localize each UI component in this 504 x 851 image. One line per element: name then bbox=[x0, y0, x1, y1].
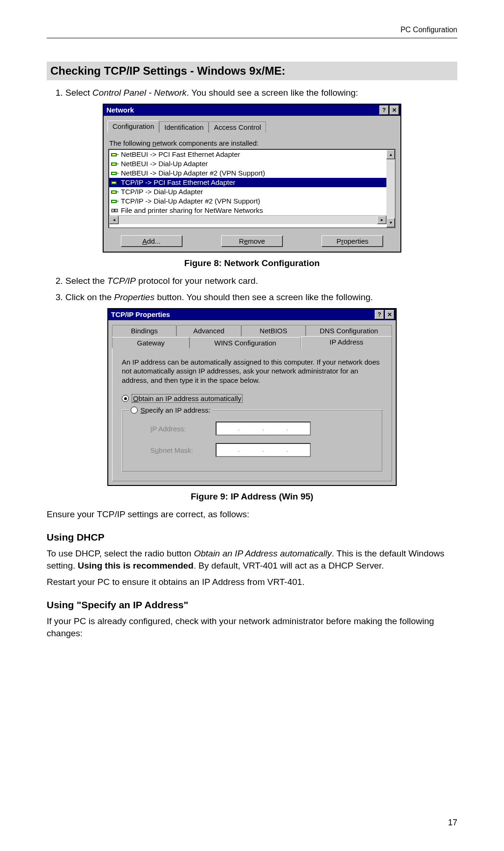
radio-obtain-auto[interactable]: Obtain an IP address automatically bbox=[122, 394, 382, 403]
adapter-icon bbox=[111, 151, 119, 158]
network-dialog: Network ? ✕ Configuration Identification… bbox=[103, 104, 401, 253]
components-listbox[interactable]: NetBEUI -> PCI Fast Ethernet Adapter Net… bbox=[108, 149, 396, 228]
step-1-italic: Control Panel - Network bbox=[92, 88, 187, 98]
list-item[interactable]: NetBEUI -> Dial-Up Adapter bbox=[109, 159, 386, 169]
lbl-pre: The following bbox=[109, 139, 153, 147]
lbl-u: n bbox=[153, 139, 156, 147]
list-item-label: NetBEUI -> PCI Fast Ethernet Adapter bbox=[121, 150, 240, 159]
dhcp-p1-pre: To use DHCP, select the radio button bbox=[47, 549, 194, 558]
dhcp-p1-post: . By default, VRT-401 will act as a DHCP… bbox=[194, 561, 384, 570]
subnet-mask-input[interactable]: ... bbox=[216, 443, 311, 457]
tcpip-dialog: TCP/IP Properties ? ✕ Bindings Advanced … bbox=[107, 308, 397, 486]
btn-u: A bbox=[142, 237, 147, 245]
t: bnet Mask: bbox=[159, 446, 193, 454]
properties-button[interactable]: Properties bbox=[322, 235, 383, 247]
tab-dns[interactable]: DNS Configuration bbox=[306, 325, 392, 336]
figure-9-caption: Figure 9: IP Address (Win 95) bbox=[47, 492, 457, 502]
page-number: 17 bbox=[448, 818, 457, 828]
tab-configuration[interactable]: Configuration bbox=[107, 120, 159, 133]
figure-8-caption: Figure 8: Network Configuration bbox=[47, 258, 457, 268]
svg-rect-16 bbox=[112, 201, 116, 202]
p: S bbox=[150, 446, 155, 454]
subnet-mask-label: Subnet Mask: bbox=[150, 446, 206, 454]
list-item[interactable]: NetBEUI -> PCI Fast Ethernet Adapter bbox=[109, 150, 386, 159]
adapter-icon bbox=[111, 179, 119, 186]
t: P Address: bbox=[152, 425, 186, 433]
list-item-label: TCP/IP -> Dial-Up Adapter #2 (VPN Suppor… bbox=[121, 197, 260, 206]
radio-specify[interactable]: Specify an IP address: bbox=[129, 406, 212, 414]
step-1: Select Control Panel - Network. You shou… bbox=[65, 87, 457, 99]
section-title: Checking TCP/IP Settings - Windows 9x/ME… bbox=[47, 62, 457, 80]
list-item-label: File and printer sharing for NetWare Net… bbox=[121, 206, 263, 215]
scroll-right-icon[interactable]: ▸ bbox=[377, 216, 386, 224]
ensure-text: Ensure your TCP/IP settings are correct,… bbox=[47, 508, 457, 520]
step-3-post: button. You should then see a screen lik… bbox=[154, 292, 373, 302]
adapter-icon bbox=[111, 170, 119, 176]
step-2: Select the TCP/IP protocol for your netw… bbox=[65, 275, 457, 287]
list-item[interactable]: TCP/IP -> Dial-Up Adapter bbox=[109, 187, 386, 197]
tab-ip-address[interactable]: IP Address bbox=[301, 336, 392, 348]
tab-gateway[interactable]: Gateway bbox=[112, 337, 189, 348]
specify-ip-paragraph: If your PC is already configured, check … bbox=[47, 615, 457, 639]
close-icon[interactable]: ✕ bbox=[390, 105, 399, 115]
svg-rect-19 bbox=[115, 209, 118, 212]
radio-specify-label: Specify an IP address: bbox=[140, 406, 210, 414]
list-item-label: NetBEUI -> Dial-Up Adapter bbox=[121, 159, 208, 169]
svg-rect-18 bbox=[112, 209, 114, 212]
btn-p: P bbox=[336, 237, 341, 245]
network-titlebar[interactable]: Network ? ✕ bbox=[104, 105, 400, 116]
help-icon[interactable]: ? bbox=[375, 310, 384, 319]
specify-ip-heading: Using "Specify an IP Address" bbox=[47, 599, 457, 611]
step-3-pre: Click on the bbox=[65, 292, 114, 302]
tab-netbios[interactable]: NetBIOS bbox=[241, 325, 306, 336]
scroll-down-icon[interactable]: ▾ bbox=[386, 218, 395, 227]
svg-rect-7 bbox=[112, 173, 116, 174]
t: pecify an IP address: bbox=[145, 406, 210, 414]
tcpip-title: TCP/IP Properties bbox=[111, 310, 170, 318]
step-3: Click on the Properties button. You shou… bbox=[65, 291, 457, 303]
ip-address-label: IP Address: bbox=[150, 425, 206, 433]
scrollbar-horizontal[interactable]: ◂ ▸ bbox=[109, 215, 386, 224]
step-2-italic: TCP/IP bbox=[107, 276, 136, 286]
dhcp-p1-italic: Obtain an IP Address automatically bbox=[194, 549, 331, 558]
svg-rect-13 bbox=[112, 191, 116, 193]
tab-bindings[interactable]: Bindings bbox=[112, 325, 176, 336]
radio-auto-label: Obtain an IP address automatically bbox=[132, 394, 243, 403]
t: btain an IP address automatically bbox=[139, 394, 242, 402]
close-icon[interactable]: ✕ bbox=[385, 310, 394, 319]
list-item-selected[interactable]: TCP/IP -> PCI Fast Ethernet Adapter bbox=[109, 178, 386, 187]
scroll-up-icon[interactable]: ▴ bbox=[386, 150, 395, 159]
list-item[interactable]: NetBEUI -> Dial-Up Adapter #2 (VPN Suppo… bbox=[109, 169, 386, 178]
list-item[interactable]: TCP/IP -> Dial-Up Adapter #2 (VPN Suppor… bbox=[109, 197, 386, 206]
dhcp-p1-bold: Using this is recommended bbox=[78, 561, 194, 570]
btn-t: move bbox=[248, 237, 265, 245]
btn-t: dd... bbox=[147, 237, 161, 245]
tab-identification[interactable]: Identification bbox=[159, 121, 209, 133]
svg-rect-10 bbox=[112, 182, 116, 183]
ip-address-input[interactable]: ... bbox=[216, 422, 311, 436]
list-item-label: TCP/IP -> Dial-Up Adapter bbox=[121, 187, 203, 197]
list-item-label: TCP/IP -> PCI Fast Ethernet Adapter bbox=[121, 178, 235, 187]
network-title: Network bbox=[106, 106, 134, 114]
installed-label: The following network components are ins… bbox=[109, 139, 396, 147]
tab-wins[interactable]: WINS Configuration bbox=[189, 337, 301, 348]
tab-access-control[interactable]: Access Control bbox=[209, 121, 266, 133]
remove-button[interactable]: Remove bbox=[221, 235, 283, 247]
tcpip-titlebar[interactable]: TCP/IP Properties ? ✕ bbox=[108, 309, 396, 320]
radio-icon bbox=[122, 395, 129, 402]
step-1-post: . You should see a screen like the follo… bbox=[187, 88, 358, 98]
tab-advanced[interactable]: Advanced bbox=[176, 325, 241, 336]
scrollbar-vertical[interactable]: ▴ ▾ bbox=[386, 150, 395, 227]
btn-p: R bbox=[239, 237, 244, 245]
adapter-icon bbox=[111, 161, 119, 167]
list-item[interactable]: File and printer sharing for NetWare Net… bbox=[109, 206, 386, 215]
lbl-post: etwork components are installed: bbox=[156, 139, 259, 147]
add-button[interactable]: Add... bbox=[121, 235, 182, 247]
step-2-pre: Select the bbox=[65, 276, 107, 286]
u: O bbox=[133, 394, 139, 402]
help-icon[interactable]: ? bbox=[379, 105, 389, 115]
step-2-post: protocol for your network card. bbox=[136, 276, 258, 286]
svg-rect-4 bbox=[112, 163, 116, 165]
scroll-left-icon[interactable]: ◂ bbox=[109, 216, 119, 224]
radio-icon bbox=[131, 407, 138, 414]
